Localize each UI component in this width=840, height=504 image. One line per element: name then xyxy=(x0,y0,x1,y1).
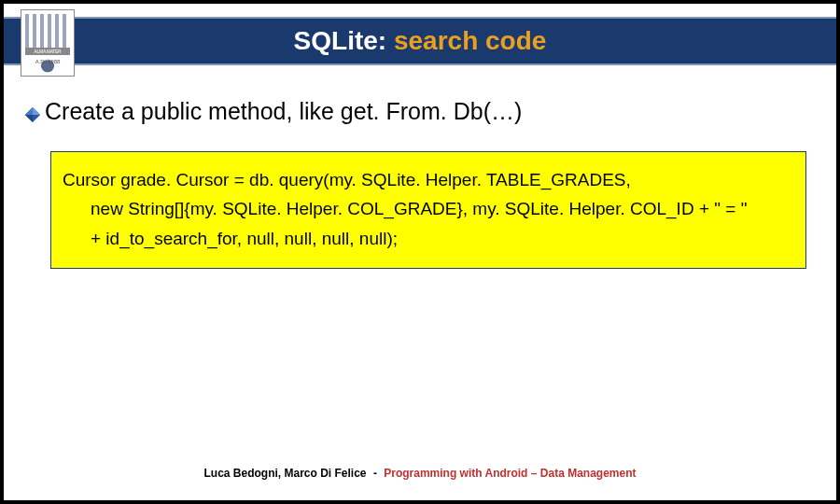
title-text-accent: search code xyxy=(394,26,546,55)
code-line-3: + id_to_search_for, null, null, null, nu… xyxy=(63,224,796,253)
logo-motto: ALMA MATER STUDIORUM xyxy=(25,48,70,55)
title-bar: SQLite: search code xyxy=(4,17,836,65)
logo-year: A.D. 1088 xyxy=(25,59,70,72)
logo-graphic: ALMA MATER STUDIORUM A.D. 1088 xyxy=(21,10,74,76)
footer-authors: Luca Bedogni, Marco Di Felice xyxy=(204,467,367,480)
logo-towers xyxy=(25,14,70,48)
code-line-2: new String[]{my. SQLite. Helper. COL_GRA… xyxy=(63,194,796,223)
diamond-bullet-icon xyxy=(24,106,41,123)
svg-marker-3 xyxy=(25,115,33,122)
slide: ALMA MATER STUDIORUM A.D. 1088 SQLite: s… xyxy=(4,4,836,500)
title-text-plain: SQLite: xyxy=(294,26,394,55)
code-line-1: Cursor grade. Cursor = db. query(my. SQL… xyxy=(63,170,631,189)
university-logo: ALMA MATER STUDIORUM A.D. 1088 xyxy=(21,9,75,77)
bullet-text: Create a public method, like get. From. … xyxy=(45,97,522,125)
footer-separator: - xyxy=(373,467,377,480)
svg-marker-1 xyxy=(33,107,40,115)
bullet-item: Create a public method, like get. From. … xyxy=(24,97,816,125)
svg-marker-2 xyxy=(25,107,33,115)
slide-title: SQLite: search code xyxy=(294,26,547,56)
code-block: Cursor grade. Cursor = db. query(my. SQL… xyxy=(50,151,806,269)
footer: Luca Bedogni, Marco Di Felice - Programm… xyxy=(4,467,836,480)
footer-course: Programming with Android – Data Manageme… xyxy=(384,467,636,480)
